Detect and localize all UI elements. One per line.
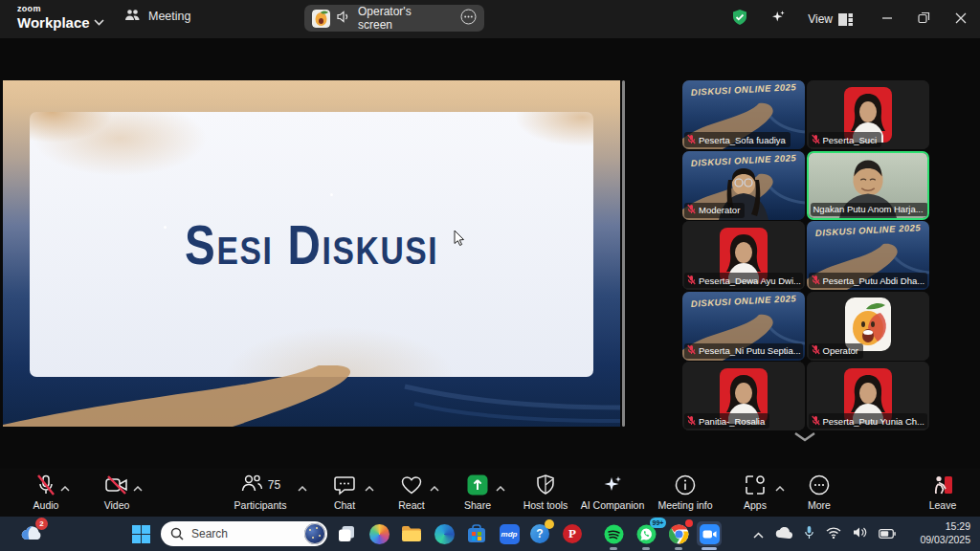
participant-name-pill: Peserta_Sofa fuadiya <box>684 132 791 147</box>
participant-name-pill: Panitia-_Rosalia <box>684 413 769 429</box>
volume-icon[interactable] <box>853 525 867 542</box>
participant-tile-3[interactable]: DISKUSI ONLINE 2025 Moderator <box>682 151 805 220</box>
muted-mic-icon <box>812 275 820 287</box>
react-options-chevron[interactable] <box>430 478 439 496</box>
slide-title: Sesi Diskusi <box>185 212 438 276</box>
taskbar-clock[interactable]: 15:29 09/03/2025 <box>920 520 970 546</box>
share-options-chevron[interactable] <box>496 478 505 496</box>
security-shield-icon[interactable] <box>731 9 748 30</box>
zoom-taskbar-icon[interactable] <box>697 521 722 546</box>
whatsapp-icon[interactable]: 99+ <box>634 521 658 546</box>
participant-tile-2[interactable]: Peserta_Suci <box>807 80 929 149</box>
tab-meeting[interactable]: Meeting <box>124 8 190 25</box>
participant-name: Operator <box>823 345 859 356</box>
participant-name-pill: Peserta_Dewa Ayu Dwi... <box>684 273 803 288</box>
participant-tile-8[interactable]: Operator <box>807 292 929 361</box>
muted-mic-icon <box>812 344 820 357</box>
zoom-workplace-logo: zoom Workplace <box>17 5 90 30</box>
participant-video-grid: DISKUSI ONLINE 2025 Peserta_Sofa fuadiya… <box>682 80 929 430</box>
view-button[interactable]: View <box>808 12 853 26</box>
shared-screen-scrollbar[interactable] <box>622 80 625 427</box>
tray-expand-chevron[interactable] <box>753 525 764 542</box>
participant-name-pill: Peserta_Putu Yunia Ch... <box>809 413 927 429</box>
file-explorer-icon[interactable] <box>399 521 424 546</box>
leave-icon <box>930 474 955 496</box>
wifi-icon[interactable] <box>826 525 841 542</box>
mic-muted-icon <box>34 474 57 496</box>
pinterest-icon[interactable]: P <box>560 521 585 546</box>
shared-screen-slide: Sesi Diskusi <box>3 80 620 427</box>
sparkle-dot <box>330 193 333 196</box>
more-ellipsis-icon <box>808 474 831 496</box>
audio-options-chevron[interactable] <box>60 478 70 496</box>
meeting-info-button[interactable]: Meeting info <box>649 474 722 511</box>
participant-tile-9[interactable]: Panitia-_Rosalia <box>682 362 805 430</box>
chat-icon <box>333 474 356 496</box>
minimize-button[interactable] <box>881 11 893 28</box>
help-app-icon[interactable]: ? <box>527 521 552 546</box>
chat-options-chevron[interactable] <box>365 478 374 496</box>
participant-tile-1[interactable]: DISKUSI ONLINE 2025 Peserta_Sofa fuadiya <box>682 80 805 149</box>
participant-name-pill: Ngakan Putu Anom Harja... <box>811 203 928 216</box>
more-button[interactable]: More <box>783 474 856 511</box>
restore-button[interactable] <box>918 11 930 28</box>
widgets-notification-badge: 2 <box>35 518 48 530</box>
spotify-icon[interactable] <box>601 521 626 546</box>
tray-mic-icon[interactable] <box>804 525 814 543</box>
speaker-icon <box>337 11 351 26</box>
copilot-icon[interactable] <box>367 521 391 546</box>
onedrive-icon[interactable] <box>775 525 792 542</box>
shared-screen-pill[interactable]: Operator's screen <box>304 5 484 32</box>
edge-icon[interactable] <box>432 521 457 546</box>
participant-tile-4[interactable]: Ngakan Putu Anom Harja... <box>807 151 929 220</box>
participant-name: Panitia-_Rosalia <box>699 416 765 427</box>
task-view-icon[interactable] <box>334 521 359 546</box>
participant-tile-6[interactable]: DISKUSI ONLINE 2025 Peserta_Putu Abdi Dh… <box>807 221 929 290</box>
sparkle-dot <box>164 226 167 229</box>
mouse-cursor <box>454 230 465 246</box>
more-participants-button[interactable] <box>787 429 823 444</box>
close-button[interactable] <box>955 11 967 28</box>
participant-name: Peserta_Dewa Ayu Dwi... <box>699 276 801 286</box>
muted-mic-icon <box>687 415 696 428</box>
title-bar: zoom Workplace Meeting Operator's screen <box>0 0 980 38</box>
ai-companion-icon <box>601 474 624 496</box>
host-tools-button[interactable]: Host tools <box>509 474 582 511</box>
participant-name: Peserta_Sofa fuadiya <box>699 135 786 145</box>
participant-name-pill: Peserta_Putu Abdi Dha... <box>809 273 927 288</box>
workspace-chevron-down-icon[interactable] <box>94 12 104 30</box>
chrome-icon[interactable] <box>666 521 691 546</box>
participant-tile-5[interactable]: Peserta_Dewa Ayu Dwi... <box>682 221 805 290</box>
meeting-people-icon <box>124 8 141 25</box>
share-options-icon[interactable] <box>460 9 477 28</box>
sharer-avatar <box>312 10 330 28</box>
share-screen-icon <box>466 474 489 496</box>
muted-mic-icon <box>687 344 696 357</box>
participant-name: Moderator <box>699 205 740 215</box>
participant-tile-7[interactable]: DISKUSI ONLINE 2025 Peserta_Ni Putu Sept… <box>682 292 805 361</box>
audio-button[interactable]: Audio <box>10 474 82 511</box>
mdp-app-icon[interactable]: mdp <box>497 521 522 546</box>
leave-button[interactable]: Leave <box>906 474 979 511</box>
view-label: View <box>808 12 833 26</box>
participants-button[interactable]: 75 Participants <box>224 474 297 511</box>
slide-card: Sesi Diskusi <box>30 112 593 377</box>
participants-options-chevron[interactable] <box>298 478 307 496</box>
ai-companion-button[interactable]: AI Companion <box>576 474 649 511</box>
participant-tile-10[interactable]: Peserta_Putu Yunia Ch... <box>807 362 929 430</box>
taskbar-search[interactable]: Search <box>161 521 327 546</box>
muted-mic-icon <box>812 134 820 146</box>
slide-river-graphic <box>3 365 620 427</box>
battery-icon[interactable] <box>879 525 896 542</box>
meeting-main-area: Sesi Diskusi DISKUSI ONLINE 2025 Peser <box>0 38 980 469</box>
ai-sparkle-icon[interactable] <box>769 9 787 30</box>
microsoft-store-icon[interactable] <box>464 521 489 546</box>
start-button[interactable] <box>128 521 153 546</box>
search-daily-image[interactable] <box>304 523 325 544</box>
meeting-tab-label: Meeting <box>148 10 190 23</box>
taskbar-widgets-icon[interactable]: 2 <box>19 521 44 546</box>
video-options-chevron[interactable] <box>133 478 143 496</box>
participant-name: Peserta_Ni Putu Septia... <box>699 345 801 356</box>
windows-taskbar: 2 Search mdp <box>0 517 980 551</box>
participant-name-pill: Peserta_Suci <box>809 132 882 147</box>
